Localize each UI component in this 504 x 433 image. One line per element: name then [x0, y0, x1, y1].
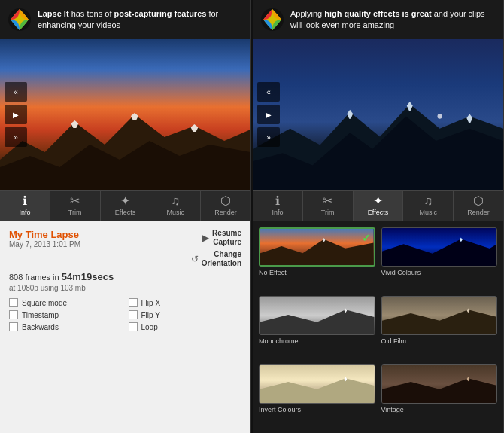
orientation-icon: ↺	[191, 254, 199, 264]
flip-x-checkbox[interactable]: Flip X	[129, 298, 242, 307]
music-icon: ♫	[171, 195, 180, 207]
effect-invert-thumb	[259, 364, 375, 404]
effect-selected-check: ✓	[362, 232, 371, 244]
toolbar-info[interactable]: ℹ Info	[0, 191, 50, 221]
flip-x-box	[129, 298, 138, 307]
resume-capture-button[interactable]: ▶ ResumeCapture	[202, 229, 241, 247]
right-toolbar-render-label: Render	[467, 209, 490, 216]
right-music-icon: ♫	[424, 195, 433, 207]
resolution-info: at 1080p using 103 mb	[9, 284, 241, 292]
flip-y-checkbox[interactable]: Flip Y	[129, 310, 242, 319]
right-panel: Applying high quality effects is great a…	[253, 0, 504, 433]
change-orientation-button[interactable]: ↺ ChangeOrientation	[191, 250, 241, 268]
toolbar-music[interactable]: ♫ Music	[150, 191, 201, 221]
resume-icon: ▶	[202, 233, 209, 243]
effect-vivid[interactable]: Vivid Colours	[381, 227, 498, 290]
left-toolbar: ℹ Info ✂ Trim ✦ Effects ♫ Music ⬡ Render	[0, 190, 250, 221]
frames-label: 808 frames in	[9, 273, 59, 282]
right-toolbar-music-label: Music	[420, 209, 438, 216]
effect-mono-thumb	[259, 296, 375, 335]
effect-old-film-thumb	[381, 296, 498, 335]
effects-grid: ✓ No Effect	[253, 221, 503, 433]
left-header-text: Lapse It has tons of post-capturing feat…	[38, 8, 243, 32]
left-content: My Time Lapse May 7, 2013 1:01 PM ▶ Resu…	[0, 221, 250, 433]
square-mode-checkbox[interactable]: Square mode	[9, 298, 123, 307]
right-toolbar-trim[interactable]: ✂ Trim	[303, 191, 354, 221]
backwards-label: Backwards	[22, 323, 59, 331]
left-mountain-svg	[0, 99, 250, 190]
timestamp-label: Timestamp	[22, 311, 59, 319]
effects-icon: ✦	[120, 195, 130, 207]
right-toolbar-info-label: Info	[272, 209, 283, 216]
right-toolbar-effects[interactable]: ✦ Effects	[354, 191, 404, 221]
right-info-icon: ℹ	[275, 195, 280, 207]
right-rewind-button[interactable]: «	[257, 82, 280, 102]
orientation-label: ChangeOrientation	[202, 250, 241, 268]
effect-no-effect-thumb: ✓	[259, 227, 375, 267]
square-mode-label: Square mode	[22, 299, 67, 307]
right-playback-controls: « ▶ »	[257, 82, 280, 147]
app-logo-icon	[8, 8, 32, 32]
play-button[interactable]: ▶	[5, 105, 27, 124]
right-header-text: Applying high quality effects is great a…	[290, 8, 496, 32]
right-app-logo-icon	[260, 8, 284, 32]
effect-no-effect[interactable]: ✓ No Effect	[259, 227, 375, 290]
effect-invert-label: Invert Colours	[259, 406, 301, 413]
video-date: May 7, 2013 1:01 PM	[9, 240, 80, 249]
effect-old-film[interactable]: Old Film	[381, 296, 498, 358]
left-panel: Lapse It has tons of post-capturing feat…	[0, 0, 251, 433]
left-header: Lapse It has tons of post-capturing feat…	[0, 0, 250, 39]
flip-y-label: Flip Y	[141, 311, 160, 319]
square-mode-box	[9, 298, 18, 307]
effect-vintage-label: Vintage	[381, 406, 404, 413]
right-header: Applying high quality effects is great a…	[253, 0, 503, 39]
flip-x-label: Flip X	[141, 299, 161, 307]
toolbar-effects[interactable]: ✦ Effects	[101, 191, 151, 221]
effect-no-effect-label: No Effect	[259, 269, 287, 276]
right-toolbar-music[interactable]: ♫ Music	[403, 191, 454, 221]
effect-mono[interactable]: Monochrome	[259, 296, 375, 358]
toolbar-trim[interactable]: ✂ Trim	[50, 191, 101, 221]
trim-icon: ✂	[70, 195, 80, 207]
rewind-button[interactable]: «	[5, 82, 27, 102]
left-video-area: « ▶ »	[0, 39, 250, 190]
right-toolbar-effects-label: Effects	[368, 209, 388, 216]
duration-value: 54m19secs	[62, 271, 114, 282]
timestamp-checkbox[interactable]: Timestamp	[9, 310, 123, 319]
effect-old-film-label: Old Film	[381, 337, 407, 345]
backwards-box	[9, 322, 18, 331]
backwards-checkbox[interactable]: Backwards	[9, 322, 123, 331]
loop-box	[129, 322, 138, 331]
frames-info: 808 frames in 54m19secs	[9, 271, 241, 282]
toolbar-trim-label: Trim	[68, 209, 82, 216]
svg-point-12	[438, 114, 442, 119]
title-row: My Time Lapse May 7, 2013 1:01 PM ▶ Resu…	[9, 229, 241, 268]
resume-label: ResumeCapture	[212, 229, 241, 247]
right-toolbar-trim-label: Trim	[321, 209, 335, 216]
loop-label: Loop	[141, 323, 158, 331]
toolbar-effects-label: Effects	[115, 209, 135, 216]
right-render-icon: ⬡	[473, 195, 484, 207]
render-icon: ⬡	[220, 195, 231, 207]
effect-vintage[interactable]: Vintage	[381, 364, 498, 427]
right-toolbar: ℹ Info ✂ Trim ✦ Effects ♫ Music ⬡ Render	[253, 190, 503, 221]
toolbar-render[interactable]: ⬡ Render	[201, 191, 250, 221]
right-toolbar-render[interactable]: ⬡ Render	[454, 191, 503, 221]
right-effects-icon: ✦	[373, 195, 383, 207]
timestamp-box	[9, 310, 18, 319]
right-toolbar-info[interactable]: ℹ Info	[253, 191, 303, 221]
right-play-button[interactable]: ▶	[257, 105, 280, 124]
effect-vivid-thumb	[381, 227, 498, 267]
video-title: My Time Lapse	[9, 229, 80, 240]
checkbox-grid: Square mode Flip X Timestamp Flip Y Back…	[9, 298, 241, 331]
right-fast-forward-button[interactable]: »	[257, 127, 280, 147]
effect-invert[interactable]: Invert Colours	[259, 364, 375, 427]
loop-checkbox[interactable]: Loop	[129, 322, 242, 331]
action-buttons: ▶ ResumeCapture ↺ ChangeOrientation	[191, 229, 241, 268]
flip-y-box	[129, 310, 138, 319]
right-video-area: « ▶ »	[253, 39, 503, 190]
toolbar-render-label: Render	[214, 209, 237, 216]
left-playback-controls: « ▶ »	[5, 82, 27, 147]
fast-forward-button[interactable]: »	[5, 127, 27, 147]
video-info: My Time Lapse May 7, 2013 1:01 PM	[9, 229, 80, 253]
